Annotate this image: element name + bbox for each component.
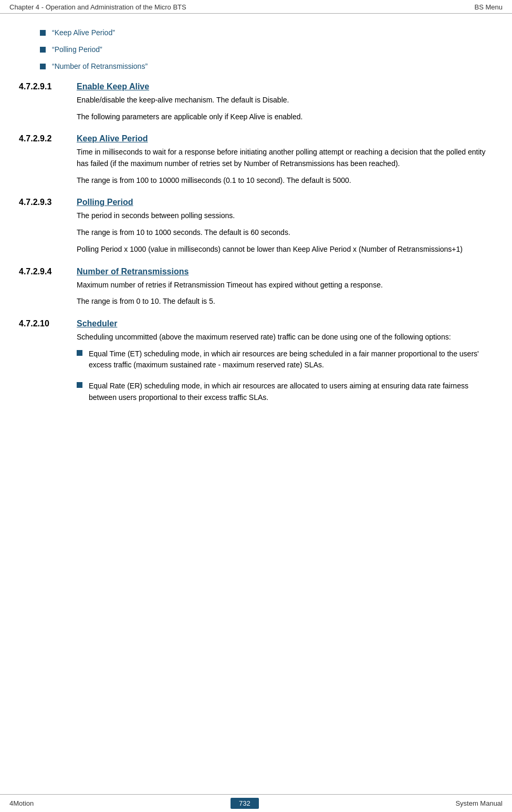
section-4-7-2-10: 4.7.2.10SchedulerScheduling uncommitted … [19, 319, 493, 343]
scheduler-bullet-square-icon [77, 350, 82, 356]
bullet-item: “Number of Retransmissions” [40, 62, 493, 70]
section-4-7-2-9-2: 4.7.2.9.2Keep Alive PeriodTime in millis… [19, 134, 493, 186]
section-paragraph: Polling Period x 1000 (value in millisec… [77, 244, 493, 255]
section-paragraph: The range is from 10 to 1000 seconds. Th… [77, 227, 493, 239]
scheduler-bullet-text: Equal Rate (ER) scheduling mode, in whic… [89, 381, 493, 403]
section-4-7-2-9-1: 4.7.2.9.1Enable Keep AliveEnable/disable… [19, 82, 493, 122]
section-paragraph: The range is from 100 to 10000 milliseco… [77, 175, 493, 187]
bullet-text: “Number of Retransmissions” [52, 62, 148, 70]
section-paragraph: Scheduling uncommitted (above the maximu… [77, 332, 493, 343]
section-body: Maximum number of retries if Retransmiss… [77, 280, 493, 307]
scheduler-bullet-text: Equal Time (ET) scheduling mode, in whic… [89, 348, 493, 371]
scheduler-bullet-square-icon [77, 382, 82, 388]
section-paragraph: Enable/disable the keep-alive mechanism.… [77, 95, 493, 106]
section-body: The period in seconds between polling se… [77, 210, 493, 255]
footer-brand: 4Motion [9, 799, 34, 807]
section-paragraph: The range is from 0 to 10. The default i… [77, 296, 493, 307]
section-body: Scheduling uncommitted (above the maximu… [77, 332, 493, 343]
bullet-text: “Polling Period” [52, 45, 102, 54]
scheduler-bullet-item: Equal Time (ET) scheduling mode, in whic… [77, 348, 493, 371]
section-number: 4.7.2.9.3 [19, 198, 77, 207]
section-body: Enable/disable the keep-alive mechanism.… [77, 95, 493, 122]
section-number: 4.7.2.10 [19, 319, 77, 328]
page-header: Chapter 4 - Operation and Administration… [0, 0, 512, 14]
section-paragraph: Maximum number of retries if Retransmiss… [77, 280, 493, 291]
section-title: Scheduler [77, 319, 117, 328]
section-body: Time in milliseconds to wait for a respo… [77, 147, 493, 186]
main-content: “Keep Alive Period” “Polling Period” “Nu… [0, 14, 512, 794]
bullet-square-icon [40, 64, 46, 69]
page-footer: 4Motion 732 System Manual [0, 794, 512, 812]
section-4-7-2-9-4: 4.7.2.9.4Number of RetransmissionsMaximu… [19, 267, 493, 307]
scheduler-bullet-item: Equal Rate (ER) scheduling mode, in whic… [77, 381, 493, 403]
section-title: Polling Period [77, 198, 133, 207]
header-section: BS Menu [475, 3, 503, 11]
section-4-7-2-9-3: 4.7.2.9.3Polling PeriodThe period in sec… [19, 198, 493, 255]
bullet-text: “Keep Alive Period” [52, 28, 115, 37]
bullet-square-icon [40, 47, 46, 53]
section-title: Number of Retransmissions [77, 267, 189, 276]
footer-page-number: 732 [231, 798, 259, 809]
section-number: 4.7.2.9.2 [19, 134, 77, 143]
bullet-list: “Keep Alive Period” “Polling Period” “Nu… [19, 28, 493, 70]
section-number: 4.7.2.9.4 [19, 267, 77, 276]
section-paragraph: Time in milliseconds to wait for a respo… [77, 147, 493, 169]
section-paragraph: The period in seconds between polling se… [77, 210, 493, 222]
footer-manual: System Manual [455, 799, 503, 807]
section-title: Enable Keep Alive [77, 82, 149, 91]
bullet-item: “Polling Period” [40, 45, 493, 54]
section-title: Keep Alive Period [77, 134, 148, 143]
header-chapter: Chapter 4 - Operation and Administration… [9, 3, 186, 11]
scheduler-bullet-list: Equal Time (ET) scheduling mode, in whic… [77, 348, 493, 404]
bullet-square-icon [40, 30, 46, 36]
bullet-item: “Keep Alive Period” [40, 28, 493, 37]
section-number: 4.7.2.9.1 [19, 82, 77, 91]
section-paragraph: The following parameters are applicable … [77, 111, 493, 123]
sections-container: 4.7.2.9.1Enable Keep AliveEnable/disable… [19, 82, 493, 403]
